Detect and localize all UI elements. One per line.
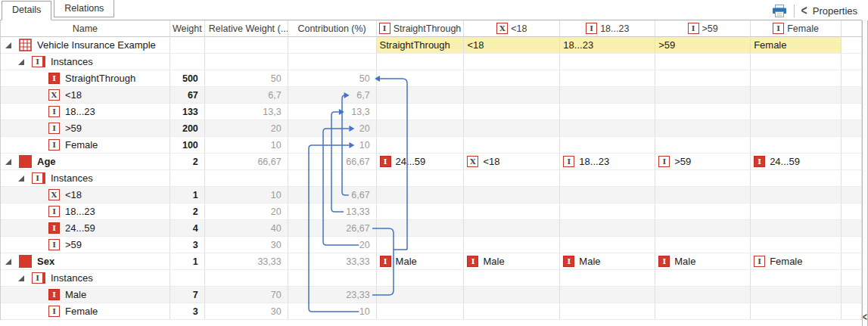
contribution-cell: 13,33: [288, 203, 377, 220]
rule-value-cell: IMale: [377, 253, 465, 270]
pad-cell: [842, 303, 862, 320]
rule-value-cell: I>59: [655, 154, 751, 170]
table-row[interactable]: Vehicle Insurance ExampleStraightThrough…: [1, 37, 862, 54]
table-row[interactable]: Age266,6766,67I24...59X<18I18...23I>59I2…: [1, 154, 862, 170]
table-row[interactable]: IFemale1001010: [1, 137, 862, 154]
rule-value-cell: [751, 187, 842, 203]
table-row[interactable]: IStraightThrough5005050: [1, 70, 862, 87]
contribution-cell: 33,33: [288, 253, 377, 270]
expander-placeholder: [33, 90, 43, 100]
pad-cell: [842, 220, 862, 237]
instance-selected-icon: I: [467, 256, 478, 267]
expander-placeholder: [33, 306, 43, 316]
pad-cell: [842, 170, 862, 187]
properties-button[interactable]: < Properties: [801, 5, 857, 17]
table-row[interactable]: I18...2322013,33: [1, 203, 862, 220]
expander-expanded-icon[interactable]: [4, 256, 14, 266]
rule-value-cell: X<18: [464, 154, 560, 170]
weight-cell: [170, 54, 205, 70]
pad-cell: [842, 187, 862, 203]
column-header-weight[interactable]: Weight: [170, 20, 205, 37]
expand-panel-chevron-icon: <: [863, 312, 867, 323]
instance-icon: I: [658, 156, 670, 167]
tree-node-label: Male: [65, 289, 86, 300]
rule-value-cell: [655, 203, 751, 220]
table-row[interactable]: I24...5944026,67: [1, 220, 862, 237]
column-header-contribution[interactable]: Contribution (%): [288, 20, 377, 37]
pad-cell: [842, 154, 862, 170]
expander-placeholder: [33, 107, 43, 116]
tree-name-cell: IInstances: [1, 270, 170, 287]
table-row[interactable]: X<18676,76,7: [1, 87, 862, 104]
rule-value-cell: [655, 137, 751, 154]
expander-placeholder: [33, 290, 43, 300]
rule-value-cell: [377, 220, 465, 237]
column-header-59[interactable]: I>59: [655, 20, 751, 37]
tree-node-label: Vehicle Insurance Example: [37, 39, 156, 51]
table-row[interactable]: Sex133,3333,33IMaleIMaleIMaleIMaleIFemal…: [1, 253, 862, 270]
rule-value-cell: [464, 54, 560, 70]
relative-weight-cell: 70: [205, 287, 288, 303]
table-row[interactable]: IInstances: [1, 170, 862, 187]
table-row[interactable]: I>592002020: [1, 120, 862, 137]
table-row[interactable]: IInstances: [1, 54, 862, 70]
column-header-label: 18...23: [600, 23, 629, 34]
rule-value-cell: [464, 187, 560, 203]
column-header-18-23[interactable]: I18...23: [560, 20, 655, 37]
excluded-instance-icon: X: [496, 23, 508, 34]
expander-expanded-icon[interactable]: [17, 57, 26, 67]
column-header-female[interactable]: IFemale: [751, 20, 842, 37]
rule-value-cell: I24...59: [751, 154, 842, 170]
table-row[interactable]: X<181106,67: [1, 187, 862, 203]
tree-name-cell: I>59: [1, 120, 170, 137]
table-row[interactable]: IMale77023,33: [1, 287, 862, 303]
tree-name-cell: IInstances: [1, 170, 170, 187]
rule-value-cell: [464, 270, 560, 287]
rule-value-cell: [751, 237, 842, 253]
expander-expanded-icon[interactable]: [4, 157, 14, 166]
relative-weight-cell: [205, 54, 288, 70]
expander-expanded-icon[interactable]: [4, 40, 14, 50]
print-icon[interactable]: [772, 5, 787, 17]
rule-value-label: >59: [658, 39, 675, 51]
contribution-cell: [288, 270, 377, 287]
attribute-icon: [19, 155, 32, 168]
rule-value-cell: IMale: [560, 253, 655, 270]
table-row[interactable]: I18...2313313,313,3: [1, 104, 862, 120]
tab-details[interactable]: Details: [2, 1, 51, 20]
relative-weight-cell: 66,67: [205, 154, 288, 170]
contribution-cell: [288, 170, 377, 187]
tree-name-cell: Sex: [1, 253, 170, 270]
expander-expanded-icon[interactable]: [17, 173, 26, 183]
rule-value-cell: [464, 70, 560, 87]
tree-node-label: >59: [65, 123, 82, 134]
rule-value-cell: [751, 54, 842, 70]
column-header-name[interactable]: Name: [1, 20, 170, 37]
table-grid-icon: [19, 39, 32, 51]
instance-icon: I: [48, 306, 60, 317]
rule-value-cell: [377, 203, 465, 220]
weight-cell: 200: [170, 120, 205, 137]
instance-selected-icon: I: [658, 256, 670, 267]
instance-icon: I: [563, 156, 574, 167]
rule-value-cell: [377, 137, 465, 154]
tree-name-cell: Age: [1, 154, 170, 170]
relative-weight-cell: 30: [205, 303, 288, 320]
weight-cell: 2: [170, 203, 205, 220]
contribution-cell: 6,7: [288, 87, 377, 104]
table-row[interactable]: I>5933020: [1, 237, 862, 253]
rule-value-cell: [655, 187, 751, 203]
column-header-straightthrough[interactable]: IStraightThrough: [377, 20, 465, 37]
rule-value-label: 18...23: [579, 156, 609, 167]
collapsed-panel-edge[interactable]: <: [862, 20, 868, 326]
expander-expanded-icon[interactable]: [17, 273, 26, 283]
rule-value-cell: [464, 170, 560, 187]
table-row[interactable]: IInstances: [1, 270, 862, 287]
tab-relations[interactable]: Relations: [54, 0, 114, 17]
table-row[interactable]: IFemale33010: [1, 303, 862, 320]
column-header-relative-weight[interactable]: Relative Weight (...: [205, 20, 288, 37]
rule-value-label: Female: [770, 256, 802, 267]
expander-placeholder: [33, 140, 43, 150]
column-header-18[interactable]: X<18: [464, 20, 560, 37]
instance-icon: I: [48, 206, 60, 217]
